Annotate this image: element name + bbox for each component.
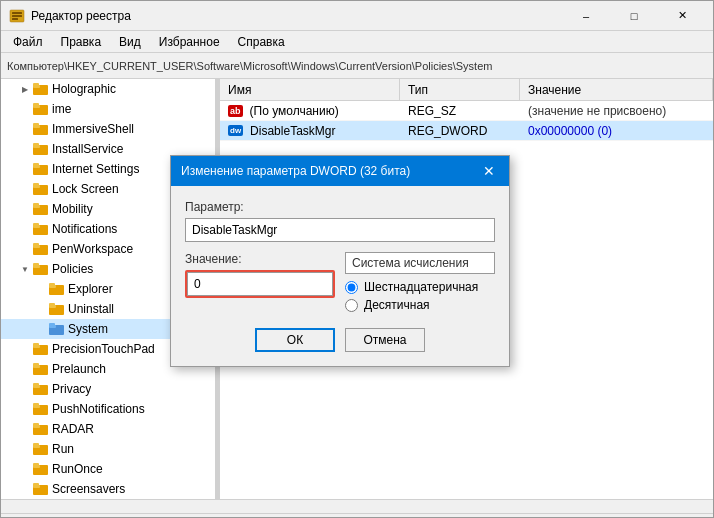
dword-dialog: Изменение параметра DWORD (32 бита) ✕ Па… — [170, 155, 510, 367]
radio-hex[interactable] — [345, 281, 358, 294]
dialog-buttons: ОК Отмена — [185, 328, 495, 356]
dialog-close-button[interactable]: ✕ — [479, 161, 499, 181]
radio-hex-row: Шестнадцатеричная — [345, 280, 495, 294]
dialog-title-bar: Изменение параметра DWORD (32 бита) ✕ — [171, 156, 509, 186]
cancel-button[interactable]: Отмена — [345, 328, 425, 352]
radio-dec-label[interactable]: Десятичная — [364, 298, 430, 312]
param-input[interactable] — [185, 218, 495, 242]
param-label: Параметр: — [185, 200, 495, 214]
radio-hex-label[interactable]: Шестнадцатеричная — [364, 280, 478, 294]
radix-title: Система исчисления — [345, 252, 495, 274]
value-section: Значение: — [185, 252, 335, 298]
value-radix-row: Значение: Система исчисления Шестнадцате… — [185, 252, 495, 316]
value-label: Значение: — [185, 252, 335, 266]
value-input[interactable] — [187, 272, 333, 296]
ok-button[interactable]: ОК — [255, 328, 335, 352]
dialog-overlay: Изменение параметра DWORD (32 бита) ✕ Па… — [0, 0, 714, 518]
value-input-wrapper — [185, 270, 335, 298]
dialog-body: Параметр: Значение: Система исчисления Ш… — [171, 186, 509, 366]
dialog-title: Изменение параметра DWORD (32 бита) — [181, 164, 410, 178]
radix-section: Система исчисления Шестнадцатеричная Дес… — [345, 252, 495, 316]
radio-dec-row: Десятичная — [345, 298, 495, 312]
radio-dec[interactable] — [345, 299, 358, 312]
